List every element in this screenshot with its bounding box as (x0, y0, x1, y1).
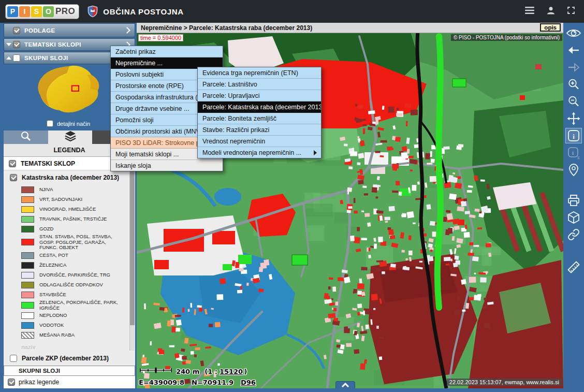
legend-swatch (21, 312, 34, 319)
submenu-item[interactable]: Evidenca trga nepremičnin (ETN) (198, 67, 321, 79)
legend-item: NEPLODNO (4, 311, 135, 321)
skupni-label: SKUPNI SLOJI (24, 55, 68, 61)
submenu-item[interactable]: Parcele: Boniteta zemljišč (198, 113, 321, 124)
scale-distance: 240 m (176, 368, 199, 375)
submenu-item[interactable]: Stavbe: Različni prikazi (198, 124, 321, 136)
share-link-icon[interactable] (565, 227, 582, 242)
legend-item: ŽELEZNICA (4, 260, 135, 270)
legend-item-label: VINOGRAD, HMELJIŠČE (39, 207, 96, 212)
measure-ruler-icon[interactable] (565, 259, 582, 275)
municipality-crest-icon (87, 5, 98, 18)
legend-swatch (21, 272, 34, 279)
coordinate-readout: E=439009.8 N=70911.9 D96 (139, 379, 256, 386)
menu-item[interactable]: Iskanje sloja (111, 160, 223, 171)
scrollbar-thumb[interactable] (130, 171, 135, 325)
tematski-checkbox[interactable] (13, 41, 20, 48)
preview-eye-icon[interactable] (565, 25, 582, 41)
legend-swatch (21, 292, 34, 298)
zoom-in-icon[interactable] (565, 77, 582, 92)
legend-item: ODLAGALIŠČE ODPADKOV (4, 280, 135, 290)
identify-icon[interactable]: i (565, 128, 582, 143)
svg-text:i: i (572, 150, 574, 156)
chevron-right-icon[interactable] (124, 27, 130, 34)
prikaz-legende-label: prikaz legende (19, 379, 59, 386)
opis-button[interactable]: opis (540, 23, 561, 32)
layer-checkbox[interactable] (10, 174, 17, 181)
identify-group-icon[interactable]: ig (565, 145, 582, 161)
legend-item: DVORIŠČE, PARKIRIŠČE, TRG (4, 270, 135, 280)
logo-letter: P (7, 6, 18, 17)
legend-scrollbar[interactable] (129, 170, 135, 351)
prikaz-legende-checkbox[interactable] (8, 379, 15, 386)
legend-item: TRAVNIK, PAŠNIK, TRSTIČJE (4, 214, 135, 224)
fullscreen-icon[interactable] (566, 6, 576, 17)
legend-item: ZELENICA, POKOPALIŠČE, PARK, IGRIŠČE (4, 300, 135, 311)
detail-mode-checkbox[interactable] (47, 120, 53, 127)
legend-item-label: ŽELEZNICA (39, 263, 66, 268)
piso-app: PISO PRO OBČINA POSTOJNA (0, 0, 584, 392)
scale-bar: 240 m (1 : 15120 ) (140, 367, 247, 376)
layers-icon (64, 130, 77, 144)
submenu-item[interactable]: Vrednost nepremičnin (198, 136, 321, 147)
scale-ratio-link[interactable]: 15120 (220, 368, 243, 375)
legend-panel: Katastrska raba (december 2013) NJIVA VR… (4, 170, 135, 366)
legend-item-label: VODOTOK (39, 323, 64, 328)
coord-easting: E=439009.8 (139, 379, 184, 386)
legend-zkp-row: Parcele ZKP (december 2013) (4, 351, 135, 366)
user-icon[interactable] (546, 5, 556, 18)
tab-layers[interactable] (48, 130, 92, 144)
history-back-icon[interactable] (565, 42, 582, 58)
scale-ratio-suffix: ) (244, 368, 247, 375)
legend-item-label: GOZD (39, 226, 53, 232)
legend-swatch (21, 322, 34, 329)
zkp-checkbox[interactable] (10, 355, 17, 362)
zoom-out-icon[interactable] (565, 94, 582, 109)
history-forward-icon[interactable] (565, 60, 582, 75)
print-icon[interactable] (565, 193, 582, 208)
map-copyright: © PISO - POSTOJNA (podatki so informativ… (451, 34, 562, 41)
legend-item-label: MEŠANA RABA (39, 332, 75, 338)
legend-swatch (21, 282, 34, 288)
location-pin-icon[interactable] (565, 162, 582, 178)
legend-item: VODOTOK (4, 321, 135, 330)
legend-swatch (21, 239, 34, 245)
legend-swatch (21, 332, 34, 339)
pan-icon[interactable] (565, 111, 582, 126)
scale-bar-graphic (140, 367, 172, 376)
legend-swatch (21, 226, 34, 233)
submenu-item[interactable]: Parcele: Upravljavci (198, 90, 321, 101)
bottom-panel-expand-tab[interactable] (335, 381, 355, 388)
legend-swatch (21, 196, 34, 203)
skupni-checkbox[interactable] (13, 54, 20, 62)
collapse-icon[interactable] (4, 43, 13, 46)
submenu-item[interactable]: Parcele: Lastništvo (198, 79, 321, 90)
legend-item-label: TRAVNIK, PAŠNIK, TRSTIČJE (39, 216, 107, 222)
podlage-label: PODLAGE (24, 27, 55, 34)
legend-layer-row: Katastrska raba (december 2013) (4, 174, 135, 181)
piso-logo[interactable]: PISO PRO (5, 4, 79, 19)
header-icons (525, 5, 576, 18)
menu-item[interactable]: Začetni prikaz (111, 46, 223, 57)
submenu-item[interactable]: Parcele: Katastrska raba (december 2013) (198, 101, 321, 113)
legend-item-label: NJIVA (39, 187, 53, 193)
menu-icon[interactable] (525, 6, 535, 17)
tab-search[interactable] (4, 130, 48, 144)
podlage-checkbox[interactable] (13, 27, 20, 34)
skupni-sloji-bar[interactable]: SKUPNI SLOJI (4, 366, 135, 376)
coord-datum-link[interactable]: D96 (241, 379, 256, 386)
chevron-up-icon (341, 381, 349, 389)
nepremicnine-submenu: Evidenca trga nepremičnin (ETN) Parcele:… (197, 67, 322, 158)
sidebar-section-podlage[interactable]: PODLAGE (4, 23, 135, 37)
expand-icon[interactable] (4, 56, 13, 60)
view-3d-cube-icon[interactable] (565, 210, 582, 225)
legend-items: NJIVA VRT, SADOVNJAKI VINOGRAD, HMELJIŠČ… (4, 185, 135, 340)
page-title: OBČINA POSTOJNA (103, 7, 184, 16)
logo-suffix: PRO (55, 6, 75, 17)
legend-item: GOZD (4, 224, 135, 234)
svg-text:i: i (573, 133, 575, 140)
tematski-sklop-checkbox[interactable] (9, 160, 16, 167)
legend-group-label: TEMATSKI SKLOP (21, 160, 75, 167)
submenu-item[interactable]: Modeli vrednotenja nepremičnin ... (198, 147, 321, 158)
legend-item-label: ODLAGALIŠČE ODPADKOV (39, 282, 103, 288)
legend-item: STAVBIŠČE (4, 290, 135, 300)
